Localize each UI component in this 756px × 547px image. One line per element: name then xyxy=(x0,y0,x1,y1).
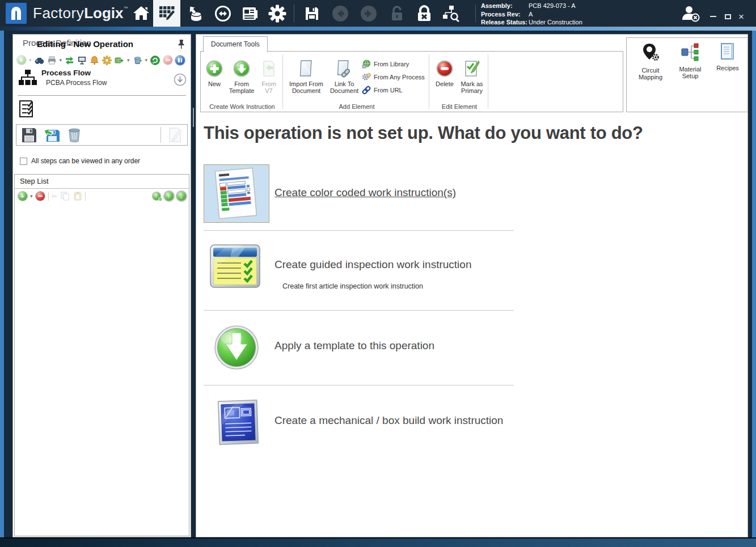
window-border-bottom xyxy=(0,537,756,547)
assembly-row: Assembly:PCB 429-073 - A xyxy=(481,2,582,10)
print-icon[interactable] xyxy=(47,56,57,65)
step-list-toolbar: + ▾ ✂ ↑+ ↑ ↓ xyxy=(18,190,186,202)
lock-close-nav-icon[interactable] xyxy=(411,0,437,27)
save-button[interactable] xyxy=(19,126,39,144)
renumber-steps-button[interactable]: ↑+ xyxy=(151,192,161,201)
group-label: Create Work Instruction xyxy=(203,103,281,110)
panel-splitter[interactable] xyxy=(193,108,194,127)
close-icon: × xyxy=(738,12,744,22)
main-panel: Document Tools New From Template xyxy=(196,34,748,537)
add-step-button[interactable]: + xyxy=(18,192,27,201)
cleanup-caret-icon[interactable]: ▾ xyxy=(145,57,148,63)
recipes-button[interactable]: Recipes xyxy=(712,38,744,80)
process-definition-nav-icon[interactable] xyxy=(153,0,180,27)
titlebar-divider xyxy=(475,5,476,22)
expand-flow-icon[interactable] xyxy=(174,73,187,88)
order-checkbox-label: All steps can be viewed in any order xyxy=(31,157,140,165)
import-from-document-button[interactable]: Import From Document xyxy=(286,53,327,94)
brand-factory: Factory xyxy=(33,5,84,22)
reorder-icon[interactable] xyxy=(65,56,74,65)
forward-nav-icon[interactable] xyxy=(356,0,382,27)
export-icon[interactable] xyxy=(115,56,124,65)
option-color-coded-link[interactable]: Create color coded work instruction(s) xyxy=(274,186,456,199)
editing-button-bar xyxy=(16,124,188,146)
from-template-button[interactable]: From Template xyxy=(226,53,257,94)
cut-step-button[interactable]: ✂ xyxy=(52,192,58,201)
save-import-button[interactable] xyxy=(41,126,62,144)
remove-icon[interactable] xyxy=(163,56,172,65)
library-globe-icon xyxy=(362,60,371,69)
remove-step-button[interactable] xyxy=(36,192,45,201)
material-nav-icon[interactable] xyxy=(183,0,209,27)
from-library-button[interactable]: From Library xyxy=(362,60,425,69)
circuit-mapping-button[interactable]: Circuit Mapping xyxy=(632,38,669,80)
n-mark-icon xyxy=(11,7,21,20)
minimize-button[interactable] xyxy=(707,11,719,22)
add-step-caret-icon[interactable]: ▾ xyxy=(30,193,33,199)
box-build-icon[interactable] xyxy=(214,398,263,452)
option-apply-template[interactable]: Apply a template to this operation xyxy=(274,340,434,352)
link-to-document-button[interactable]: Link To Document xyxy=(327,53,362,94)
settings-gear-nav-icon[interactable] xyxy=(264,0,290,27)
sync-nav-icon[interactable] xyxy=(210,0,236,27)
save-nav-icon[interactable] xyxy=(299,0,325,27)
export-caret-icon[interactable]: ▾ xyxy=(127,57,130,63)
process-toolbar: + ▾ ▾ xyxy=(16,54,185,66)
bell-icon[interactable] xyxy=(90,56,99,65)
pin-icon[interactable] xyxy=(178,39,185,52)
close-button[interactable]: × xyxy=(735,11,747,22)
ribbon-separator xyxy=(429,54,429,109)
option-first-article-link[interactable]: Create first article inspection work ins… xyxy=(282,282,423,290)
paste-step-button[interactable] xyxy=(73,192,82,201)
move-step-up-button[interactable]: ↑ xyxy=(164,192,174,201)
editing-checklist-icon xyxy=(18,100,36,118)
editing-title: Editing - New Operation xyxy=(37,39,133,49)
maximize-icon xyxy=(725,14,731,19)
unlock-nav-icon[interactable] xyxy=(384,0,410,27)
apply-template-icon[interactable] xyxy=(213,324,260,373)
home-nav-icon[interactable] xyxy=(128,0,154,27)
copy-step-button[interactable] xyxy=(60,192,70,201)
process-rev-label: Process Rev: xyxy=(481,10,529,19)
logout-user-icon[interactable] xyxy=(678,0,703,27)
options-gear-icon[interactable] xyxy=(102,56,112,65)
print-caret-icon[interactable]: ▾ xyxy=(60,57,62,63)
assembly-label: Assembly: xyxy=(481,2,529,10)
pause-icon[interactable] xyxy=(175,56,185,65)
edit-document-button[interactable] xyxy=(164,126,185,144)
new-button[interactable]: New xyxy=(203,53,226,87)
from-url-button[interactable]: From URL xyxy=(362,86,425,95)
add-caret-icon[interactable]: ▾ xyxy=(29,57,32,63)
refresh-icon[interactable] xyxy=(150,56,160,65)
guided-inspection-icon[interactable] xyxy=(209,240,262,297)
mark-as-primary-button[interactable]: Mark as Primary xyxy=(457,53,487,94)
from-any-process-button[interactable]: From Any Process xyxy=(362,73,425,82)
step-list-title: Step List xyxy=(20,177,49,185)
option-box-build[interactable]: Create a mechanical / box build work ins… xyxy=(274,414,503,427)
circuit-mapping-icon xyxy=(641,43,660,65)
cleanup-icon[interactable] xyxy=(133,56,142,65)
maximize-button[interactable] xyxy=(721,11,734,22)
from-template-icon xyxy=(233,58,251,79)
group-create-work-instruction: New From Template From V7 Create Work In… xyxy=(203,53,281,112)
minimize-icon xyxy=(710,16,716,17)
color-coded-wi-icon[interactable] xyxy=(204,164,269,223)
order-checkbox[interactable] xyxy=(20,158,27,165)
ribbon-right-section: Circuit Mapping Material Setup xyxy=(626,37,748,112)
delete-operation-button[interactable] xyxy=(64,126,85,144)
process-search-nav-icon[interactable] xyxy=(438,0,464,27)
process-rev-value: A xyxy=(529,11,533,18)
option-guided-inspection[interactable]: Create guided inspection work instructio… xyxy=(274,258,471,271)
news-nav-icon[interactable] xyxy=(237,0,263,27)
find-icon[interactable] xyxy=(35,56,44,65)
option-divider xyxy=(204,230,514,231)
from-v7-button[interactable]: From V7 xyxy=(257,53,280,94)
presentation-icon[interactable] xyxy=(77,56,87,65)
delete-element-button[interactable]: Delete xyxy=(432,53,457,87)
tab-document-tools[interactable]: Document Tools xyxy=(203,36,268,52)
group-add-element: Import From Document Link To Document Fr xyxy=(286,53,428,112)
add-icon[interactable]: + xyxy=(16,56,26,65)
move-step-down-button[interactable]: ↓ xyxy=(176,192,186,201)
material-setup-button[interactable]: Material Setup xyxy=(673,38,707,80)
back-nav-icon[interactable] xyxy=(327,0,353,27)
